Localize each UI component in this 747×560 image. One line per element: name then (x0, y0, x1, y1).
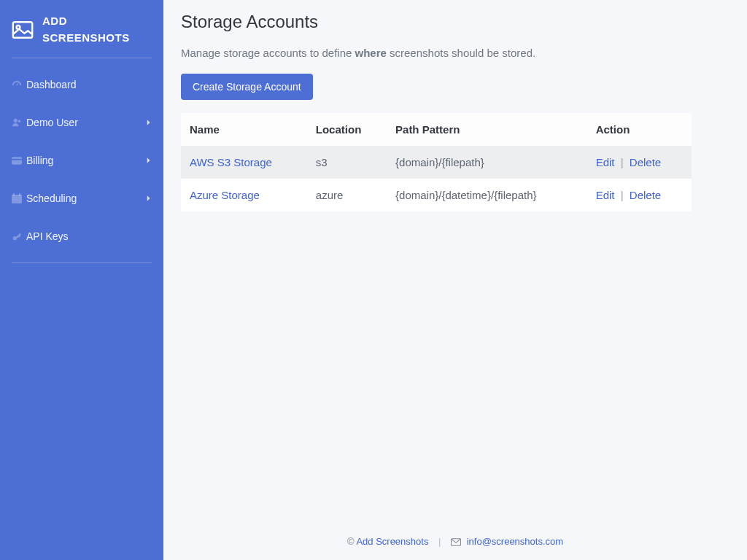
storage-name-link[interactable]: AWS S3 Storage (190, 156, 272, 168)
main: Storage Accounts Manage storage accounts… (163, 0, 747, 560)
col-path-pattern: Path Pattern (387, 113, 587, 146)
nav-divider (12, 262, 152, 263)
sidebar-item-scheduling[interactable]: Scheduling (12, 179, 152, 217)
subtext-post: screenshots should be stored. (387, 47, 535, 59)
chevron-right-icon (146, 158, 152, 163)
user-icon (12, 117, 22, 128)
footer-brand-link[interactable]: Add Screenshots (356, 536, 428, 547)
edit-link[interactable]: Edit (596, 189, 615, 201)
subtext-pre: Manage storage accounts to define (181, 47, 355, 59)
svg-rect-0 (13, 22, 32, 38)
footer-email-link[interactable]: info@screenshots.com (467, 536, 563, 547)
svg-point-3 (18, 120, 21, 123)
content: Storage Accounts Manage storage accounts… (163, 0, 747, 523)
table-row: Azure Storage azure {domain}/{datetime}/… (181, 179, 692, 211)
storage-location: azure (307, 179, 387, 211)
chevron-right-icon (146, 195, 152, 201)
storage-accounts-table: Name Location Path Pattern Action AWS S3… (181, 113, 692, 211)
image-icon (12, 21, 34, 39)
page-subtext: Manage storage accounts to define where … (181, 47, 729, 59)
copyright-symbol: © (347, 536, 355, 547)
footer: © Add Screenshots | info@screenshots.com (163, 523, 747, 560)
dashboard-icon (12, 79, 22, 90)
storage-path: {domain}/{datetime}/{filepath} (387, 179, 587, 211)
col-action: Action (587, 113, 692, 146)
table-row: AWS S3 Storage s3 {domain}/{filepath} Ed… (181, 146, 692, 179)
sidebar: ADD SCREENSHOTS Dashboard Demo User Bill… (0, 0, 163, 560)
key-icon (12, 231, 22, 241)
col-location: Location (307, 113, 387, 146)
sidebar-item-label: Billing (26, 155, 146, 166)
storage-path: {domain}/{filepath} (387, 146, 587, 179)
storage-location: s3 (307, 146, 387, 179)
action-separator: | (621, 156, 624, 168)
svg-rect-8 (19, 193, 20, 196)
brand-title: ADD SCREENSHOTS (42, 13, 152, 46)
sidebar-item-api-keys[interactable]: API Keys (12, 217, 152, 255)
sidebar-item-billing[interactable]: Billing (12, 141, 152, 179)
svg-rect-4 (12, 157, 22, 165)
card-icon (12, 155, 22, 166)
create-storage-account-button[interactable]: Create Storage Account (181, 74, 313, 100)
footer-separator: | (438, 536, 441, 547)
delete-link[interactable]: Delete (630, 156, 661, 168)
storage-name-link[interactable]: Azure Storage (190, 189, 260, 201)
sidebar-item-dashboard[interactable]: Dashboard (12, 66, 152, 104)
sidebar-item-label: Demo User (26, 117, 146, 128)
delete-link[interactable]: Delete (630, 189, 661, 201)
calendar-icon (12, 193, 22, 203)
sidebar-item-label: Dashboard (26, 79, 152, 90)
edit-link[interactable]: Edit (596, 156, 615, 168)
action-separator: | (621, 189, 624, 201)
svg-rect-7 (13, 193, 15, 196)
table-header-row: Name Location Path Pattern Action (181, 113, 692, 146)
col-name: Name (181, 113, 307, 146)
subtext-bold: where (355, 47, 387, 59)
page-title: Storage Accounts (181, 12, 729, 32)
sidebar-item-label: Scheduling (26, 192, 146, 204)
svg-rect-5 (12, 158, 22, 160)
chevron-right-icon (146, 120, 152, 125)
mail-icon (451, 538, 461, 546)
sidebar-item-label: API Keys (26, 230, 152, 242)
sidebar-item-demo-user[interactable]: Demo User (12, 104, 152, 141)
svg-point-2 (14, 119, 18, 122)
brand[interactable]: ADD SCREENSHOTS (12, 9, 152, 58)
